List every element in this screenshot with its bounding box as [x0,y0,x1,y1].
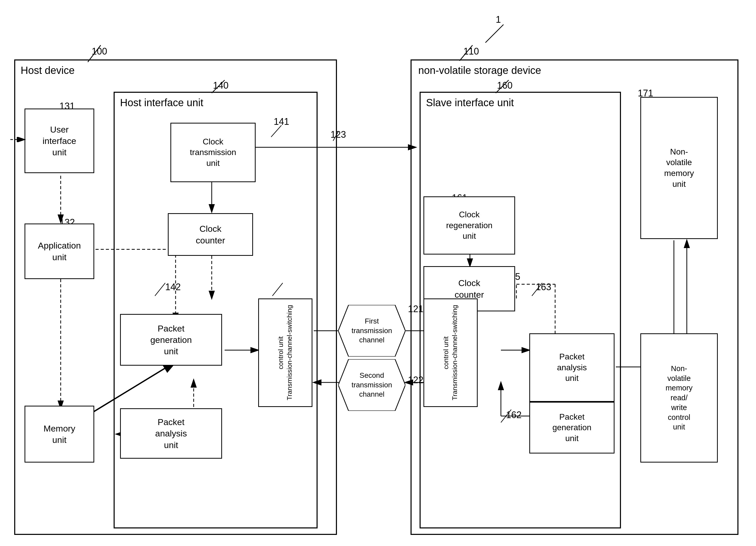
ref-142-label: 142 [165,282,181,293]
clock-transmission-box: Clocktransmissionunit [170,123,256,182]
ref-1-label: 1 [496,14,501,25]
ref-110-label: 110 [463,46,479,57]
ref-123-label: 123 [330,129,346,140]
svg-line-7 [485,25,503,43]
ref-141-label: 141 [274,116,289,127]
packet-gen-host-box: Packetgenerationunit [120,314,222,366]
ref-163-label: 163 [536,282,551,293]
host-device-label: Host device [21,65,75,76]
tx-switch-host-box: Transmission-channel-switching control u… [258,299,312,407]
ref-162-label: 162 [506,410,522,420]
ref-121-label: 121 [408,304,423,315]
user-interface-box: Userinterfaceunit [25,108,94,173]
ref-100-label: 100 [92,46,107,57]
ref-122-label: 122 [408,375,423,386]
clock-counter-host-box: Clockcounter [168,213,253,256]
dashed-arrow-ui [9,137,26,142]
host-interface-label: Host interface unit [120,97,203,108]
packet-analysis-host-box: Packetanalysisunit [120,408,222,459]
first-channel-hex: Firsttransmissionchannel [338,305,405,357]
nv-rw-control-box: Non-volatilememoryread/writecontrolunit [640,333,718,463]
memory-unit-host-box: Memoryunit [25,406,94,463]
storage-device-label: non-volatile storage device [418,65,541,76]
packet-gen-slave-box: Packetgenerationunit [529,402,615,454]
slave-interface-label: Slave interface unit [426,97,514,108]
ref-160-label: 160 [497,80,513,91]
nv-memory-box: Non-volatilememoryunit [640,97,718,239]
ref-140-label: 140 [213,80,229,91]
diagram: 1 100 110 Host device non-volatile stora… [0,0,756,546]
clock-regen-box: Clockregenerationunit [423,196,515,254]
packet-analysis-slave-box: Packetanalysisunit [529,333,615,402]
second-channel-hex: Secondtransmissionchannel [338,359,405,411]
application-unit-box: Applicationunit [25,223,94,279]
tx-switch-slave-box: Transmission-channel-switching control u… [423,299,478,407]
